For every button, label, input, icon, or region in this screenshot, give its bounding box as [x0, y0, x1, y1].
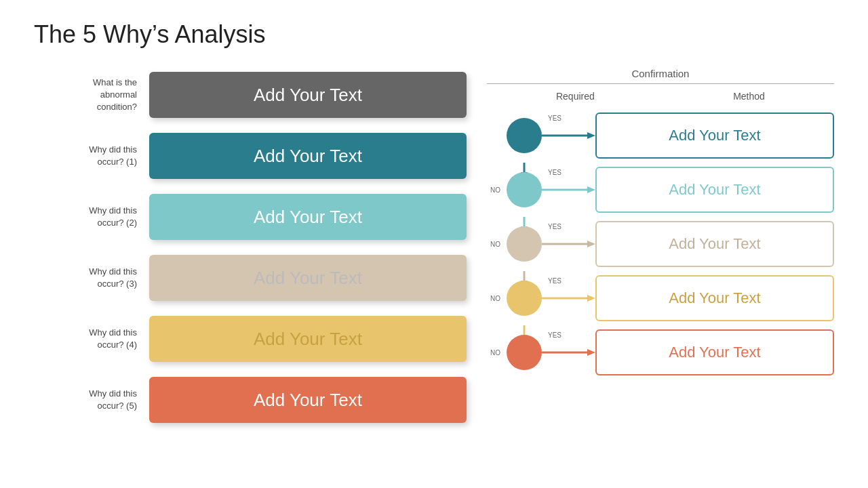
svg-point-7 [507, 172, 542, 207]
svg-marker-3 [587, 132, 595, 139]
flow-diagram-5: NO YES [487, 325, 595, 380]
svg-text:YES: YES [548, 169, 561, 176]
conf-row-5: NO YES Add Your Text [487, 325, 834, 380]
main-box-2[interactable]: Add Your Text [149, 194, 467, 240]
svg-point-0 [507, 118, 542, 153]
svg-text:NO: NO [490, 349, 500, 357]
conf-box-5[interactable]: Add Your Text [595, 329, 834, 375]
conf-box-4[interactable]: Add Your Text [595, 275, 834, 321]
row-2: Why did thisoccur? (2) Add Your Text [34, 190, 467, 244]
col-method: Method [733, 91, 765, 102]
conf-columns: Required Method [487, 87, 834, 102]
row-1: Why did thisoccur? (1) Add Your Text [34, 129, 467, 183]
main-box-1[interactable]: Add Your Text [149, 133, 467, 179]
flow-area-5: NO YES [487, 325, 595, 380]
svg-marker-10 [587, 186, 595, 193]
svg-marker-31 [587, 349, 595, 356]
svg-text:YES: YES [548, 223, 561, 230]
row-label-5: Why did thisoccur? (5) [34, 388, 149, 412]
main-box-0[interactable]: Add Your Text [149, 72, 467, 118]
svg-point-21 [507, 281, 542, 316]
conf-row-3: NO YES Add Your Text [487, 217, 834, 271]
confirmation-header: Confirmation [487, 68, 834, 84]
row-label-2: Why did thisoccur? (2) [34, 205, 149, 229]
conf-rows: YES Add Your Text NO [487, 108, 834, 380]
flow-diagram-2: NO YES [487, 163, 595, 217]
svg-marker-24 [587, 295, 595, 302]
col-required: Required [556, 91, 595, 102]
conf-row-2: NO YES Add Your Text [487, 163, 834, 217]
row-5: Why did thisoccur? (5) Add Your Text [34, 373, 467, 427]
main-box-5[interactable]: Add Your Text [149, 377, 467, 423]
main-box-3[interactable]: Add Your Text [149, 255, 467, 301]
row-label-4: Why did thisoccur? (4) [34, 327, 149, 351]
flow-area-2: NO YES [487, 163, 595, 217]
main-box-4[interactable]: Add Your Text [149, 316, 467, 362]
page-title: The 5 Why’s Analysis [34, 20, 834, 49]
svg-text:YES: YES [548, 277, 561, 285]
flow-area-1: YES [487, 108, 595, 163]
flow-area-3: NO YES [487, 217, 595, 271]
flow-diagram-1: YES [487, 108, 595, 163]
page: The 5 Why’s Analysis What is theabnormal… [0, 0, 868, 488]
svg-marker-17 [587, 241, 595, 247]
conf-box-2[interactable]: Add Your Text [595, 167, 834, 213]
svg-text:YES: YES [548, 115, 561, 122]
row-3: Why did thisoccur? (3) Add Your Text [34, 251, 467, 305]
row-0: What is theabnormalcondition? Add Your T… [34, 68, 467, 122]
svg-text:NO: NO [490, 186, 500, 194]
conf-row-4: NO YES Add Your Text [487, 271, 834, 325]
row-label-0: What is theabnormalcondition? [34, 77, 149, 114]
svg-text:NO: NO [490, 295, 500, 302]
row-4: Why did thisoccur? (4) Add Your Text [34, 312, 467, 366]
flow-diagram-3: NO YES [487, 217, 595, 271]
row-label-1: Why did thisoccur? (1) [34, 144, 149, 168]
content-area: What is theabnormalcondition? Add Your T… [34, 68, 834, 434]
svg-text:YES: YES [548, 331, 561, 339]
svg-text:NO: NO [490, 241, 500, 248]
svg-point-14 [507, 226, 542, 262]
conf-row-1: YES Add Your Text [487, 108, 834, 163]
flow-area-4: NO YES [487, 271, 595, 325]
conf-box-1[interactable]: Add Your Text [595, 113, 834, 159]
flow-diagram-4: NO YES [487, 271, 595, 325]
row-label-3: Why did thisoccur? (3) [34, 266, 149, 290]
right-section: Confirmation Required Method YES [467, 68, 834, 434]
svg-point-28 [507, 335, 542, 370]
conf-box-3[interactable]: Add Your Text [595, 221, 834, 267]
left-section: What is theabnormalcondition? Add Your T… [34, 68, 467, 434]
